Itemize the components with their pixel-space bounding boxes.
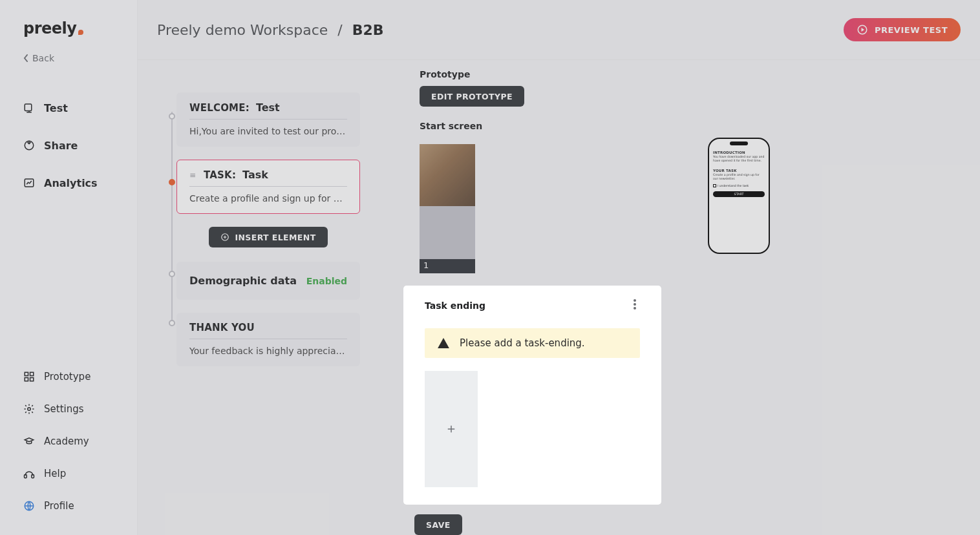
step-label: WELCOME: xyxy=(189,102,250,114)
step-body: Create a profile and sign up for our new… xyxy=(189,193,347,204)
svg-point-13 xyxy=(634,299,636,302)
timeline-dot-active xyxy=(169,179,175,185)
phone-start-button: START xyxy=(713,191,765,197)
thumbnail-index: 1 xyxy=(420,259,475,273)
step-body: Your feedback is highly appreciated.It i… xyxy=(189,346,347,356)
preview-test-button[interactable]: PREVIEW TEST xyxy=(844,18,961,41)
insert-element-label: INSERT ELEMENT xyxy=(235,233,315,242)
svg-point-14 xyxy=(634,303,636,306)
analytics-icon xyxy=(23,177,35,189)
task-ending-menu-button[interactable] xyxy=(630,295,640,315)
sidebar-item-help[interactable]: Help xyxy=(0,457,137,490)
step-card-task[interactable]: ≡ TASK: Task Create a profile and sign u… xyxy=(176,160,360,214)
task-ending-label: Task ending xyxy=(425,300,485,311)
svg-rect-0 xyxy=(25,104,32,111)
svg-rect-3 xyxy=(25,372,28,375)
svg-rect-5 xyxy=(25,378,28,381)
step-card-demographic[interactable]: Demographic data Enabled xyxy=(176,262,360,300)
sidebar-item-academy[interactable]: Academy xyxy=(0,425,137,457)
test-icon xyxy=(23,102,35,114)
start-screen-thumbnail[interactable]: 1 xyxy=(420,144,475,273)
sidebar-item-label: Test xyxy=(44,102,68,114)
step-body: Hi,You are invited to test our prototype… xyxy=(189,126,347,136)
step-label: THANK YOU xyxy=(189,322,255,333)
phone-task-heading: YOUR TASK xyxy=(713,169,765,173)
phone-intro-heading: INTRODUCTION xyxy=(713,151,765,154)
warning-icon xyxy=(438,338,449,348)
step-card-thanks[interactable]: THANK YOU Your feedback is highly apprec… xyxy=(176,313,360,366)
academy-icon xyxy=(23,435,35,447)
task-ending-card: Task ending Please add a task-ending. xyxy=(405,288,659,503)
steps-panel: WELCOME: Test Hi,You are invited to test… xyxy=(138,60,390,535)
save-button[interactable]: SAVE xyxy=(414,514,462,535)
sidebar-item-profile[interactable]: Profile xyxy=(0,490,137,522)
plus-icon xyxy=(445,423,457,435)
sidebar-item-label: Analytics xyxy=(44,177,98,189)
chevron-left-icon xyxy=(23,54,28,62)
sidebar-item-share[interactable]: Share xyxy=(0,127,137,164)
logo: preely xyxy=(0,19,137,37)
breadcrumb-workspace[interactable]: Preely demo Workspace xyxy=(157,22,328,38)
play-circle-icon xyxy=(857,24,868,36)
phone-task-text: Create a profile and sign up for our new… xyxy=(713,173,765,180)
phone-check-label: I understand the task xyxy=(718,184,749,187)
prototype-label: Prototype xyxy=(420,69,950,79)
step-card-welcome[interactable]: WELCOME: Test Hi,You are invited to test… xyxy=(176,92,360,147)
phone-checkbox-row: I understand the task xyxy=(713,184,765,187)
save-label: SAVE xyxy=(426,520,451,530)
checkbox-icon xyxy=(713,184,716,187)
more-vertical-icon xyxy=(634,299,636,309)
sidebar-item-label: Settings xyxy=(44,403,84,415)
logo-dot-icon xyxy=(78,30,83,35)
start-screen-label: Start screen xyxy=(420,121,950,131)
sidebar-item-prototype[interactable]: Prototype xyxy=(0,361,137,393)
edit-prototype-label: EDIT PROTOTYPE xyxy=(431,92,513,101)
svg-rect-4 xyxy=(30,372,34,375)
timeline-dot xyxy=(169,320,175,326)
step-label: Demographic data xyxy=(189,275,297,287)
step-value: Task xyxy=(242,169,268,181)
timeline-dot xyxy=(169,113,175,120)
phone-preview: INTRODUCTION You have downloaded our app… xyxy=(708,138,770,254)
preview-test-label: PREVIEW TEST xyxy=(875,25,948,35)
gear-icon xyxy=(23,403,35,415)
breadcrumb-separator: / xyxy=(332,22,347,38)
sidebar-item-label: Academy xyxy=(44,435,89,447)
logo-text: preely xyxy=(23,19,76,37)
svg-rect-6 xyxy=(30,378,34,381)
step-value: Test xyxy=(256,101,280,114)
drag-handle-icon[interactable]: ≡ xyxy=(189,171,197,180)
insert-element-button[interactable]: INSERT ELEMENT xyxy=(209,227,327,247)
svg-point-15 xyxy=(634,307,636,309)
share-icon xyxy=(23,140,35,151)
phone-intro-text: You have downloaded our app and have ope… xyxy=(713,155,765,162)
step-label: TASK: xyxy=(204,169,236,181)
sidebar-item-settings[interactable]: Settings xyxy=(0,393,137,425)
detail-panel: Prototype EDIT PROTOTYPE Start screen 1 … xyxy=(390,60,980,535)
plus-circle-icon xyxy=(220,233,229,242)
svg-point-7 xyxy=(28,408,31,411)
back-link[interactable]: Back xyxy=(0,37,137,70)
sidebar-item-analytics[interactable]: Analytics xyxy=(0,164,137,202)
warning-text: Please add a task-ending. xyxy=(460,337,585,349)
warning-banner: Please add a task-ending. xyxy=(425,328,640,358)
step-status: Enabled xyxy=(306,276,347,286)
sidebar-item-test[interactable]: Test xyxy=(0,89,137,127)
sidebar-item-label: Help xyxy=(44,468,66,479)
thumbnail-image xyxy=(420,144,475,206)
breadcrumb: Preely demo Workspace / B2B xyxy=(157,22,384,38)
sidebar-item-label: Profile xyxy=(44,500,74,512)
edit-prototype-button[interactable]: EDIT PROTOTYPE xyxy=(420,86,524,107)
sidebar: preely Back Test Share Analytics Prototy… xyxy=(0,0,138,535)
globe-icon xyxy=(23,500,35,512)
add-task-ending-button[interactable] xyxy=(425,371,478,487)
phone-notch-icon xyxy=(730,142,748,145)
prototype-icon xyxy=(23,371,35,383)
sidebar-item-label: Share xyxy=(44,140,78,152)
breadcrumb-project[interactable]: B2B xyxy=(352,22,384,38)
back-label: Back xyxy=(32,53,54,63)
help-icon xyxy=(23,468,35,479)
sidebar-item-label: Prototype xyxy=(44,371,91,383)
header: Preely demo Workspace / B2B PREVIEW TEST xyxy=(138,0,980,60)
timeline-dot xyxy=(169,271,175,277)
